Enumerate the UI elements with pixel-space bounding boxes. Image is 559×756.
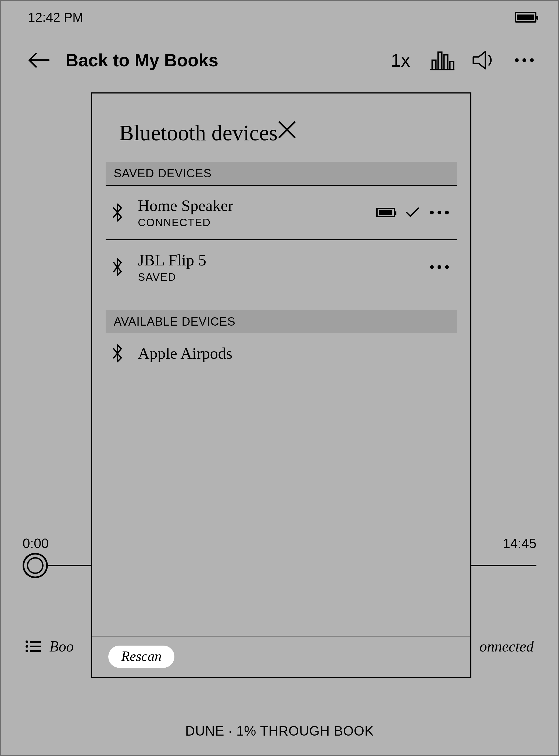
rescan-button[interactable]: Rescan [108,646,174,668]
back-arrow-icon[interactable] [28,52,49,68]
player-toolbar: Back to My Books 1x [1,41,558,79]
svg-point-5 [25,645,28,648]
available-device-row[interactable]: Apple Airpods [106,333,457,373]
available-devices-header: AVAILABLE DEVICES [106,310,457,333]
device-status: SAVED [138,271,430,283]
device-battery-icon [376,208,395,217]
playback-speed-button[interactable]: 1x [391,50,410,71]
clock: 12:42 PM [28,10,83,25]
bluetooth-icon [111,203,125,222]
modal-title: Bluetooth devices [119,120,277,145]
remaining-time: 14:45 [503,536,536,551]
bluetooth-icon [111,258,125,276]
volume-icon[interactable] [472,49,499,71]
saved-device-row[interactable]: JBL Flip 5 SAVED [106,240,457,294]
status-bar: 12:42 PM [1,1,558,33]
close-icon[interactable] [277,120,296,139]
elapsed-time: 0:00 [23,536,49,551]
svg-rect-2 [444,55,448,70]
check-icon [406,207,419,218]
chapter-label-partial: Boo [49,638,74,655]
svg-rect-3 [450,62,454,70]
device-status: CONNECTED [138,216,376,229]
svg-point-4 [25,640,28,643]
device-more-icon[interactable] [430,211,449,214]
svg-rect-1 [438,52,442,70]
bluetooth-icon [111,344,125,363]
battery-icon [515,12,536,23]
progress-thumb[interactable] [23,553,48,578]
device-name: JBL Flip 5 [138,251,430,270]
saved-devices-header: SAVED DEVICES [106,162,457,186]
back-button-label[interactable]: Back to My Books [66,50,218,70]
list-icon[interactable] [25,640,41,653]
device-name: Apple Airpods [138,344,449,363]
equalizer-icon[interactable] [429,49,456,71]
device-more-icon[interactable] [430,265,449,269]
saved-device-row[interactable]: Home Speaker CONNECTED [106,186,457,240]
svg-rect-0 [432,60,436,70]
bluetooth-devices-modal: Bluetooth devices SAVED DEVICES Home Spe… [91,92,471,678]
svg-point-6 [25,649,28,652]
book-progress-footer: DUNE · 1% THROUGH BOOK [1,723,558,739]
more-icon[interactable] [515,58,534,62]
connection-label-partial: onnected [479,638,534,655]
device-name: Home Speaker [138,197,376,215]
